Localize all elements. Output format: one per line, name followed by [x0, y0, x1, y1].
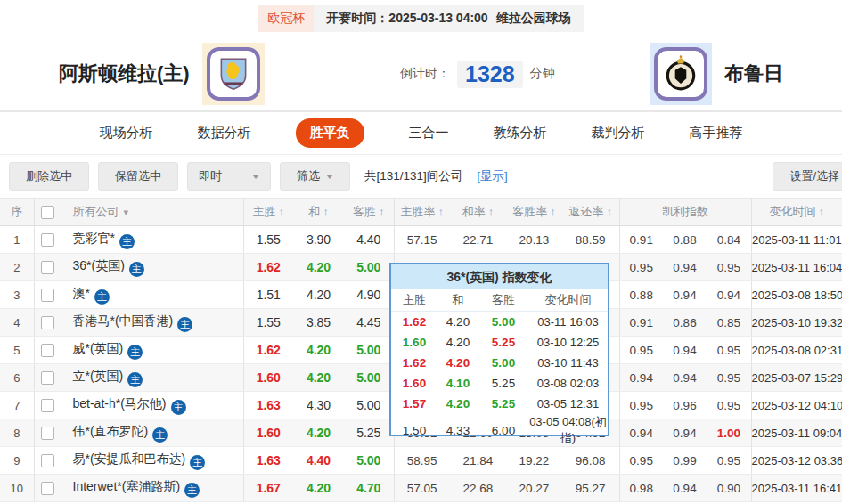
tab-item[interactable]: 教练分析: [494, 125, 547, 142]
header-draw-odds[interactable]: 和↑: [293, 199, 344, 226]
home-badge-icon: 主: [177, 317, 192, 332]
kelly-cell: 0.99: [663, 447, 707, 475]
rate-cell: 96.08: [562, 447, 619, 475]
chevron-down-icon: [252, 175, 259, 179]
company-cell[interactable]: Interwet*(塞浦路斯)主: [61, 475, 243, 502]
kelly-cell: 0.86: [663, 309, 707, 337]
company-count-text: 共[131/131]间公司: [364, 168, 462, 184]
row-checkbox-cell: [34, 475, 61, 502]
kelly-cell: 0.95: [619, 337, 663, 364]
header-home-odds[interactable]: 主胜↑: [243, 199, 293, 226]
keep-selected-button[interactable]: 保留选中: [98, 162, 178, 191]
popup-away-odds: 6.00: [478, 424, 528, 437]
header-away-odds[interactable]: 客胜↑: [344, 199, 394, 226]
company-cell[interactable]: 澳*主: [61, 281, 243, 309]
header-home-rate[interactable]: 主胜率↑: [394, 199, 450, 226]
header-return-rate[interactable]: 返还率↑: [562, 199, 619, 226]
header-change-time[interactable]: 变化时间↑: [751, 199, 842, 226]
odds-cell: 1.63: [243, 392, 293, 419]
row-number: 2: [0, 254, 34, 281]
row-number: 6: [0, 364, 34, 392]
popup-draw-odds: 4.20: [437, 356, 478, 370]
row-checkbox-cell: [34, 419, 61, 447]
company-cell[interactable]: 香港马*(中国香港)主: [61, 309, 243, 337]
row-checkbox[interactable]: [41, 482, 54, 495]
tab-item[interactable]: 高手推荐: [690, 125, 743, 142]
tab-active[interactable]: 胜平负: [296, 118, 364, 148]
odds-cell: 5.00: [344, 447, 394, 475]
odds-cell: 4.40: [293, 447, 344, 475]
company-cell[interactable]: 伟*(直布罗陀)主: [61, 419, 243, 447]
odds-cell: 1.60: [243, 364, 293, 392]
odds-time-select[interactable]: 即时: [187, 162, 271, 191]
select-all-checkbox[interactable]: [41, 206, 54, 219]
kelly-cell: 0.95: [707, 337, 751, 364]
filter-dropdown-button[interactable]: 筛选: [280, 162, 350, 191]
home-badge-icon: 主: [171, 400, 186, 415]
odds-cell: 4.20: [293, 475, 344, 502]
company-cell[interactable]: 36*(英国)主: [61, 254, 243, 281]
delete-selected-button[interactable]: 删除选中: [9, 162, 89, 191]
company-cell[interactable]: 威*(英国)主: [61, 337, 243, 364]
rate-cell: 22.68: [450, 475, 506, 502]
popup-home-odds: 1.57: [391, 397, 437, 411]
popup-header-home: 主胜: [391, 292, 437, 308]
home-badge-icon: 主: [119, 234, 135, 249]
company-cell[interactable]: 立*(英国)主: [61, 364, 243, 392]
header-kelly-index: 凯利指数: [619, 199, 751, 226]
rate-cell: 20.13: [506, 226, 562, 254]
row-checkbox[interactable]: [41, 316, 54, 329]
kelly-cell: 0.95: [707, 364, 751, 392]
company-cell[interactable]: 易*(安提瓜和巴布达)主: [61, 447, 243, 475]
header-draw-rate[interactable]: 和率↑: [450, 199, 506, 226]
row-checkbox[interactable]: [41, 371, 54, 385]
tab-item[interactable]: 裁判分析: [592, 125, 645, 142]
rate-cell: 88.59: [562, 226, 619, 254]
row-checkbox[interactable]: [41, 233, 54, 247]
row-number: 9: [0, 447, 34, 475]
row-checkbox[interactable]: [41, 454, 54, 467]
odds-cell: 4.30: [293, 392, 344, 419]
kelly-cell: 0.95: [619, 254, 663, 281]
row-number: 7: [0, 392, 34, 419]
sort-asc-icon: ↑: [819, 205, 825, 218]
kelly-cell: 0.94: [663, 281, 707, 309]
row-checkbox[interactable]: [41, 427, 54, 440]
header-company[interactable]: 所有公司▾: [61, 199, 243, 226]
company-cell[interactable]: bet-at-h*(马尔他)主: [61, 392, 243, 419]
countdown-label: 倒计时：: [400, 66, 450, 82]
row-checkbox[interactable]: [41, 399, 54, 412]
company-cell[interactable]: 竞彩官*主: [61, 226, 243, 254]
sort-asc-icon: ↑: [607, 205, 613, 218]
company-name: 威*(英国): [73, 341, 124, 355]
row-checkbox[interactable]: [41, 261, 54, 274]
odds-cell: 5.00: [344, 364, 394, 392]
row-checkbox[interactable]: [41, 289, 54, 302]
row-checkbox-cell: [34, 392, 61, 419]
company-name: 香港马*(中国香港): [73, 313, 174, 328]
settings-select-button[interactable]: 设置/选择: [773, 162, 842, 191]
home-badge-icon: 主: [127, 345, 143, 360]
tab-item[interactable]: 三合一: [409, 125, 449, 142]
odds-cell: 5.00: [344, 337, 394, 364]
popup-header-draw: 和: [437, 292, 478, 308]
change-time-cell: 2025-03-08 18:50: [751, 281, 842, 309]
popup-draw-odds: 4.33: [437, 424, 478, 437]
header-seq: 序: [0, 199, 34, 226]
popup-header-row: 主胜 和 客胜 变化时间: [391, 289, 608, 312]
popup-home-odds: 1.62: [391, 315, 437, 329]
row-checkbox-cell: [34, 364, 61, 392]
home-team-logo-icon: [202, 43, 265, 105]
tab-item[interactable]: 现场分析: [100, 125, 153, 142]
kelly-cell: 0.94: [707, 281, 751, 309]
odds-cell: 1.60: [243, 419, 293, 447]
header-away-rate[interactable]: 客胜率↑: [506, 199, 562, 226]
row-checkbox[interactable]: [41, 344, 54, 357]
odds-cell: 3.85: [293, 309, 344, 337]
odds-cell: 4.20: [293, 419, 344, 447]
tab-item[interactable]: 数据分析: [198, 125, 251, 142]
show-hidden-link[interactable]: [显示]: [477, 168, 508, 184]
kelly-cell: 0.91: [619, 226, 663, 254]
popup-draw-odds: 4.20: [437, 397, 478, 411]
odds-cell: 4.70: [344, 475, 394, 502]
